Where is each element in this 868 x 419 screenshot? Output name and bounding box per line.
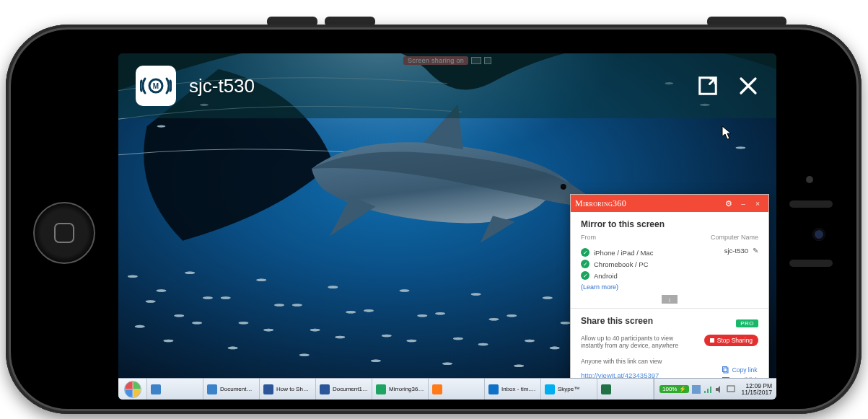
svg-point-31 bbox=[346, 311, 356, 314]
system-tray[interactable]: 100%⚡ 12:09 PM 11/15/2017 bbox=[654, 379, 776, 400]
svg-point-16 bbox=[442, 362, 452, 365]
copy-link-button[interactable]: Copy link bbox=[722, 366, 758, 374]
app-icon bbox=[601, 384, 611, 394]
svg-point-9 bbox=[192, 322, 202, 325]
taskbar-item[interactable] bbox=[597, 379, 654, 400]
taskbar-item[interactable]: Mirroring36… bbox=[372, 379, 429, 400]
app-icon bbox=[545, 384, 555, 394]
mirroring360-window[interactable]: Mirroring360 ⚙ – × Mirror to this screen… bbox=[570, 194, 769, 400]
expand-down-button[interactable]: ↓ bbox=[662, 295, 678, 304]
svg-point-10 bbox=[228, 347, 238, 350]
phone-frame: Screen sharing on M sjc-t530 bbox=[0, 0, 868, 419]
fullscreen-button[interactable] bbox=[697, 75, 719, 97]
taskbar-item[interactable] bbox=[429, 379, 485, 400]
check-icon: ✓ bbox=[581, 248, 589, 257]
check-icon: ✓ bbox=[581, 271, 589, 280]
svg-point-28 bbox=[239, 322, 249, 325]
pro-badge: PRO bbox=[736, 319, 758, 327]
svg-point-55 bbox=[543, 296, 553, 299]
view-permission-label: Anyone with this link can view bbox=[581, 358, 758, 365]
volume-icon[interactable] bbox=[715, 385, 724, 394]
svg-point-54 bbox=[507, 314, 517, 317]
device-row: ✓Android bbox=[581, 271, 653, 280]
minimize-button[interactable]: – bbox=[737, 197, 750, 210]
svg-point-46 bbox=[221, 296, 231, 299]
close-overlay-button[interactable] bbox=[737, 75, 759, 97]
device-label: Android bbox=[594, 272, 618, 280]
taskbar-item[interactable]: Document… bbox=[203, 379, 260, 400]
svg-point-44 bbox=[157, 289, 167, 292]
svg-point-32 bbox=[382, 335, 392, 338]
svg-point-43 bbox=[128, 275, 138, 278]
window-title: Mirroring360 bbox=[575, 198, 626, 209]
svg-point-48 bbox=[292, 304, 302, 306]
svg-point-29 bbox=[274, 304, 284, 306]
proximity-sensor bbox=[806, 176, 813, 183]
learn-more-link[interactable]: (Learn more) bbox=[581, 283, 618, 291]
taskbar-item[interactable]: Skype™ bbox=[541, 379, 597, 400]
window-titlebar[interactable]: Mirroring360 ⚙ – × bbox=[571, 195, 768, 212]
svg-rect-72 bbox=[727, 386, 735, 392]
svg-point-25 bbox=[146, 300, 156, 303]
app-icon bbox=[151, 384, 161, 394]
taskbar-items: Document… How to Shar… Document1… Mirror… bbox=[147, 379, 654, 400]
mirroring360-logo: M bbox=[136, 66, 176, 106]
action-center-icon[interactable] bbox=[727, 385, 735, 394]
app-icon bbox=[488, 384, 499, 394]
app-icon bbox=[207, 384, 217, 394]
svg-point-36 bbox=[525, 340, 535, 343]
cursor-icon bbox=[722, 125, 732, 143]
svg-point-50 bbox=[364, 309, 374, 312]
svg-point-11 bbox=[263, 329, 273, 332]
phone-screen: Screen sharing on M sjc-t530 bbox=[118, 53, 776, 400]
home-button[interactable] bbox=[33, 202, 95, 264]
app-icon bbox=[263, 384, 273, 394]
battery-indicator[interactable]: 100%⚡ bbox=[659, 385, 689, 393]
svg-point-37 bbox=[561, 322, 571, 325]
tray-icon[interactable] bbox=[692, 385, 701, 394]
taskbar-clock[interactable]: 12:09 PM 11/15/2017 bbox=[738, 383, 772, 396]
front-camera bbox=[812, 228, 825, 241]
device-row: ✓Chromebook / PC bbox=[581, 260, 653, 268]
svg-point-2 bbox=[157, 125, 166, 128]
device-label: Chromebook / PC bbox=[594, 260, 649, 268]
svg-point-53 bbox=[471, 293, 481, 296]
svg-point-47 bbox=[256, 278, 266, 281]
svg-point-26 bbox=[174, 314, 184, 317]
close-window-button[interactable]: × bbox=[751, 197, 764, 210]
taskbar-item[interactable]: Document1… bbox=[316, 379, 372, 400]
computer-name-value: sjc-t530 bbox=[724, 247, 748, 255]
taskbar-item[interactable]: How to Shar… bbox=[260, 379, 316, 400]
mirroring-overlay-bar: M sjc-t530 bbox=[118, 53, 776, 118]
device-row: ✓iPhone / iPad / Mac bbox=[581, 248, 653, 257]
share-description: Allow up to 40 participants to view inst… bbox=[581, 335, 689, 349]
edit-name-icon[interactable]: ✎ bbox=[753, 247, 758, 255]
svg-point-8 bbox=[163, 340, 173, 343]
svg-point-51 bbox=[400, 289, 410, 292]
check-icon: ✓ bbox=[581, 260, 589, 268]
computer-name-label: Computer Name bbox=[711, 234, 758, 241]
share-heading: Share this screen bbox=[581, 316, 653, 326]
svg-point-45 bbox=[185, 272, 195, 275]
svg-point-27 bbox=[203, 296, 213, 299]
earpiece-2 bbox=[789, 260, 833, 267]
svg-point-33 bbox=[417, 314, 427, 317]
stop-sharing-button[interactable]: Stop Sharing bbox=[704, 335, 758, 346]
stop-icon bbox=[710, 338, 714, 343]
windows-logo-icon bbox=[124, 381, 141, 398]
network-icon[interactable] bbox=[703, 385, 712, 394]
taskbar-item[interactable] bbox=[147, 379, 203, 400]
taskbar-item[interactable]: Inbox - tim.d… bbox=[485, 379, 541, 400]
start-button[interactable] bbox=[118, 379, 147, 400]
svg-rect-68 bbox=[692, 385, 701, 394]
svg-point-49 bbox=[328, 286, 338, 288]
svg-point-5 bbox=[735, 146, 745, 149]
settings-gear-icon[interactable]: ⚙ bbox=[722, 197, 735, 210]
svg-point-13 bbox=[335, 336, 345, 339]
app-icon bbox=[432, 384, 442, 394]
svg-point-17 bbox=[478, 343, 488, 346]
windows-taskbar[interactable]: Document… How to Shar… Document1… Mirror… bbox=[118, 378, 776, 400]
earpiece bbox=[789, 200, 833, 208]
svg-point-14 bbox=[371, 359, 381, 362]
mirror-heading: Mirror to this screen bbox=[581, 219, 758, 229]
